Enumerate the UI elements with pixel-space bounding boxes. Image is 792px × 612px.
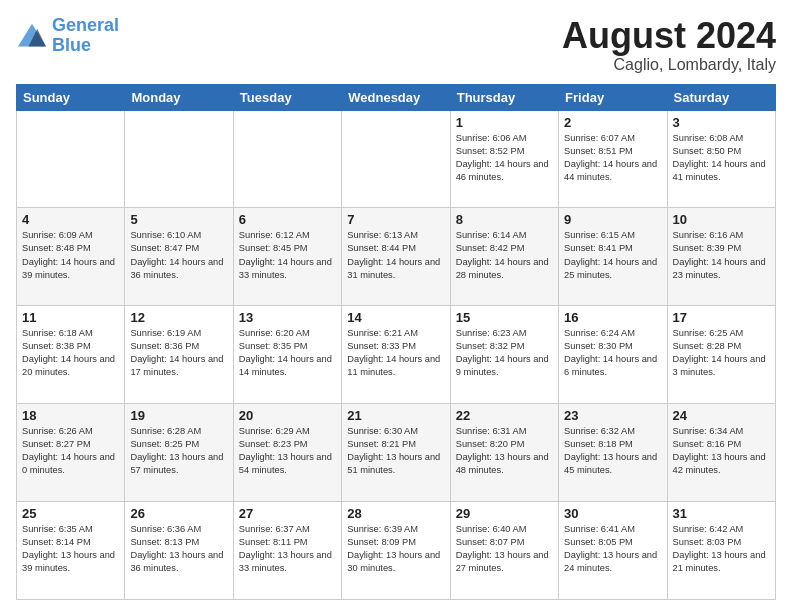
calendar-cell: 10Sunrise: 6:16 AM Sunset: 8:39 PM Dayli… bbox=[667, 208, 775, 306]
calendar-cell: 19Sunrise: 6:28 AM Sunset: 8:25 PM Dayli… bbox=[125, 404, 233, 502]
calendar-cell: 8Sunrise: 6:14 AM Sunset: 8:42 PM Daylig… bbox=[450, 208, 558, 306]
weekday-header-monday: Monday bbox=[125, 84, 233, 110]
calendar-week-4: 18Sunrise: 6:26 AM Sunset: 8:27 PM Dayli… bbox=[17, 404, 776, 502]
calendar-cell: 7Sunrise: 6:13 AM Sunset: 8:44 PM Daylig… bbox=[342, 208, 450, 306]
day-number: 2 bbox=[564, 115, 661, 130]
logo: General Blue bbox=[16, 16, 119, 56]
calendar-cell bbox=[125, 110, 233, 208]
day-info: Sunrise: 6:30 AM Sunset: 8:21 PM Dayligh… bbox=[347, 425, 444, 477]
day-number: 28 bbox=[347, 506, 444, 521]
calendar-cell: 28Sunrise: 6:39 AM Sunset: 8:09 PM Dayli… bbox=[342, 502, 450, 600]
day-number: 23 bbox=[564, 408, 661, 423]
calendar-table: SundayMondayTuesdayWednesdayThursdayFrid… bbox=[16, 84, 776, 600]
day-number: 17 bbox=[673, 310, 770, 325]
day-info: Sunrise: 6:15 AM Sunset: 8:41 PM Dayligh… bbox=[564, 229, 661, 281]
calendar-cell: 31Sunrise: 6:42 AM Sunset: 8:03 PM Dayli… bbox=[667, 502, 775, 600]
calendar-cell: 14Sunrise: 6:21 AM Sunset: 8:33 PM Dayli… bbox=[342, 306, 450, 404]
day-number: 19 bbox=[130, 408, 227, 423]
calendar-cell: 30Sunrise: 6:41 AM Sunset: 8:05 PM Dayli… bbox=[559, 502, 667, 600]
calendar-cell: 16Sunrise: 6:24 AM Sunset: 8:30 PM Dayli… bbox=[559, 306, 667, 404]
calendar-cell: 5Sunrise: 6:10 AM Sunset: 8:47 PM Daylig… bbox=[125, 208, 233, 306]
day-info: Sunrise: 6:23 AM Sunset: 8:32 PM Dayligh… bbox=[456, 327, 553, 379]
calendar-week-5: 25Sunrise: 6:35 AM Sunset: 8:14 PM Dayli… bbox=[17, 502, 776, 600]
day-number: 18 bbox=[22, 408, 119, 423]
day-info: Sunrise: 6:21 AM Sunset: 8:33 PM Dayligh… bbox=[347, 327, 444, 379]
day-info: Sunrise: 6:26 AM Sunset: 8:27 PM Dayligh… bbox=[22, 425, 119, 477]
day-info: Sunrise: 6:36 AM Sunset: 8:13 PM Dayligh… bbox=[130, 523, 227, 575]
day-info: Sunrise: 6:19 AM Sunset: 8:36 PM Dayligh… bbox=[130, 327, 227, 379]
day-number: 21 bbox=[347, 408, 444, 423]
day-number: 16 bbox=[564, 310, 661, 325]
calendar-cell bbox=[342, 110, 450, 208]
weekday-header-sunday: Sunday bbox=[17, 84, 125, 110]
day-number: 13 bbox=[239, 310, 336, 325]
day-number: 4 bbox=[22, 212, 119, 227]
location: Caglio, Lombardy, Italy bbox=[562, 56, 776, 74]
day-number: 6 bbox=[239, 212, 336, 227]
calendar-cell: 11Sunrise: 6:18 AM Sunset: 8:38 PM Dayli… bbox=[17, 306, 125, 404]
day-info: Sunrise: 6:08 AM Sunset: 8:50 PM Dayligh… bbox=[673, 132, 770, 184]
calendar-week-2: 4Sunrise: 6:09 AM Sunset: 8:48 PM Daylig… bbox=[17, 208, 776, 306]
day-number: 11 bbox=[22, 310, 119, 325]
day-number: 10 bbox=[673, 212, 770, 227]
day-info: Sunrise: 6:35 AM Sunset: 8:14 PM Dayligh… bbox=[22, 523, 119, 575]
day-info: Sunrise: 6:28 AM Sunset: 8:25 PM Dayligh… bbox=[130, 425, 227, 477]
day-number: 7 bbox=[347, 212, 444, 227]
weekday-header-tuesday: Tuesday bbox=[233, 84, 341, 110]
day-info: Sunrise: 6:07 AM Sunset: 8:51 PM Dayligh… bbox=[564, 132, 661, 184]
weekday-header-friday: Friday bbox=[559, 84, 667, 110]
day-number: 12 bbox=[130, 310, 227, 325]
calendar-cell: 3Sunrise: 6:08 AM Sunset: 8:50 PM Daylig… bbox=[667, 110, 775, 208]
day-info: Sunrise: 6:29 AM Sunset: 8:23 PM Dayligh… bbox=[239, 425, 336, 477]
day-number: 24 bbox=[673, 408, 770, 423]
logo-icon bbox=[16, 22, 48, 50]
calendar-cell: 26Sunrise: 6:36 AM Sunset: 8:13 PM Dayli… bbox=[125, 502, 233, 600]
day-number: 15 bbox=[456, 310, 553, 325]
calendar-cell: 22Sunrise: 6:31 AM Sunset: 8:20 PM Dayli… bbox=[450, 404, 558, 502]
calendar-cell bbox=[233, 110, 341, 208]
calendar-cell: 18Sunrise: 6:26 AM Sunset: 8:27 PM Dayli… bbox=[17, 404, 125, 502]
day-info: Sunrise: 6:25 AM Sunset: 8:28 PM Dayligh… bbox=[673, 327, 770, 379]
calendar-cell: 6Sunrise: 6:12 AM Sunset: 8:45 PM Daylig… bbox=[233, 208, 341, 306]
day-info: Sunrise: 6:39 AM Sunset: 8:09 PM Dayligh… bbox=[347, 523, 444, 575]
day-info: Sunrise: 6:09 AM Sunset: 8:48 PM Dayligh… bbox=[22, 229, 119, 281]
day-info: Sunrise: 6:40 AM Sunset: 8:07 PM Dayligh… bbox=[456, 523, 553, 575]
calendar-cell: 20Sunrise: 6:29 AM Sunset: 8:23 PM Dayli… bbox=[233, 404, 341, 502]
calendar-cell: 21Sunrise: 6:30 AM Sunset: 8:21 PM Dayli… bbox=[342, 404, 450, 502]
day-number: 26 bbox=[130, 506, 227, 521]
logo-text-blue: Blue bbox=[52, 36, 119, 56]
day-info: Sunrise: 6:41 AM Sunset: 8:05 PM Dayligh… bbox=[564, 523, 661, 575]
calendar-week-3: 11Sunrise: 6:18 AM Sunset: 8:38 PM Dayli… bbox=[17, 306, 776, 404]
day-number: 1 bbox=[456, 115, 553, 130]
calendar-cell: 24Sunrise: 6:34 AM Sunset: 8:16 PM Dayli… bbox=[667, 404, 775, 502]
calendar-cell: 9Sunrise: 6:15 AM Sunset: 8:41 PM Daylig… bbox=[559, 208, 667, 306]
day-number: 8 bbox=[456, 212, 553, 227]
month-year: August 2024 bbox=[562, 16, 776, 56]
calendar-cell: 25Sunrise: 6:35 AM Sunset: 8:14 PM Dayli… bbox=[17, 502, 125, 600]
day-number: 30 bbox=[564, 506, 661, 521]
weekday-header-wednesday: Wednesday bbox=[342, 84, 450, 110]
day-info: Sunrise: 6:06 AM Sunset: 8:52 PM Dayligh… bbox=[456, 132, 553, 184]
calendar-header-row: SundayMondayTuesdayWednesdayThursdayFrid… bbox=[17, 84, 776, 110]
calendar-week-1: 1Sunrise: 6:06 AM Sunset: 8:52 PM Daylig… bbox=[17, 110, 776, 208]
day-info: Sunrise: 6:42 AM Sunset: 8:03 PM Dayligh… bbox=[673, 523, 770, 575]
calendar-cell: 13Sunrise: 6:20 AM Sunset: 8:35 PM Dayli… bbox=[233, 306, 341, 404]
day-info: Sunrise: 6:14 AM Sunset: 8:42 PM Dayligh… bbox=[456, 229, 553, 281]
page: General Blue August 2024 Caglio, Lombard… bbox=[0, 0, 792, 612]
day-number: 20 bbox=[239, 408, 336, 423]
calendar-cell: 23Sunrise: 6:32 AM Sunset: 8:18 PM Dayli… bbox=[559, 404, 667, 502]
header: General Blue August 2024 Caglio, Lombard… bbox=[16, 16, 776, 74]
day-info: Sunrise: 6:13 AM Sunset: 8:44 PM Dayligh… bbox=[347, 229, 444, 281]
calendar-cell: 12Sunrise: 6:19 AM Sunset: 8:36 PM Dayli… bbox=[125, 306, 233, 404]
day-number: 29 bbox=[456, 506, 553, 521]
calendar-cell: 2Sunrise: 6:07 AM Sunset: 8:51 PM Daylig… bbox=[559, 110, 667, 208]
day-info: Sunrise: 6:20 AM Sunset: 8:35 PM Dayligh… bbox=[239, 327, 336, 379]
calendar-cell: 15Sunrise: 6:23 AM Sunset: 8:32 PM Dayli… bbox=[450, 306, 558, 404]
day-info: Sunrise: 6:16 AM Sunset: 8:39 PM Dayligh… bbox=[673, 229, 770, 281]
day-number: 22 bbox=[456, 408, 553, 423]
day-info: Sunrise: 6:37 AM Sunset: 8:11 PM Dayligh… bbox=[239, 523, 336, 575]
weekday-header-saturday: Saturday bbox=[667, 84, 775, 110]
day-number: 27 bbox=[239, 506, 336, 521]
day-info: Sunrise: 6:10 AM Sunset: 8:47 PM Dayligh… bbox=[130, 229, 227, 281]
day-info: Sunrise: 6:12 AM Sunset: 8:45 PM Dayligh… bbox=[239, 229, 336, 281]
